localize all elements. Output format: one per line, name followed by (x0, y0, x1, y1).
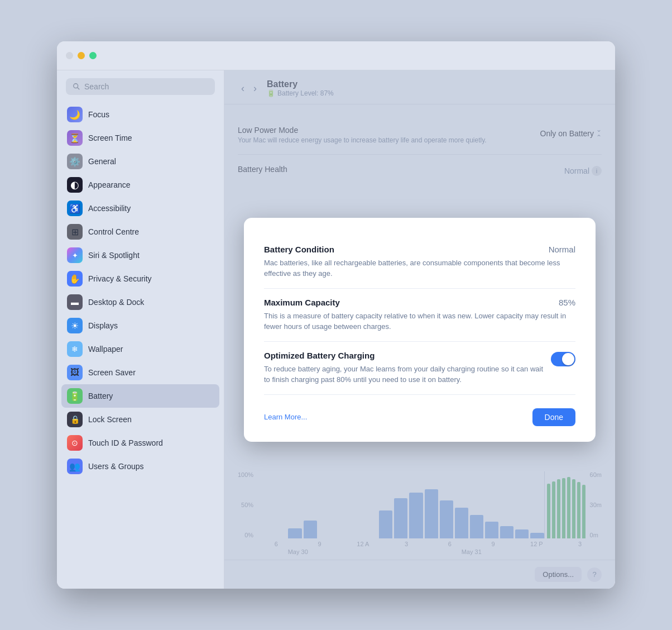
sidebar-item-appearance[interactable]: ◐ Appearance (61, 173, 219, 197)
learn-more-link[interactable]: Learn More... (264, 413, 307, 421)
lockscreen-icon: 🔒 (67, 412, 83, 427)
focus-icon: 🌙 (67, 107, 83, 122)
modal-footer: Learn More... Done (264, 408, 575, 426)
optimized-charging-toggle[interactable] (551, 352, 575, 366)
touchid-icon: ⊙ (67, 435, 83, 451)
sidebar-item-label-siri: Siri & Spotlight (88, 251, 140, 260)
sidebar-item-touchid[interactable]: ⊙ Touch ID & Password (61, 431, 219, 455)
control-icon: ⊞ (67, 224, 83, 240)
sidebar-item-label-desktop: Desktop & Dock (88, 298, 144, 307)
sidebar-item-battery[interactable]: 🔋 Battery (61, 384, 219, 408)
desktop-icon: ▬ (67, 294, 83, 310)
sidebar-item-lockscreen[interactable]: 🔒 Lock Screen (61, 408, 219, 431)
sidebar-item-control[interactable]: ⊞ Control Centre (61, 220, 219, 244)
sidebar-item-label-users: Users & Groups (88, 462, 144, 471)
sidebar: Search 🌙 Focus ⏳ Screen Time ⚙️ General … (57, 70, 224, 589)
maximum-capacity-header: Maximum Capacity 85% (264, 298, 575, 307)
sidebar-item-label-lockscreen: Lock Screen (88, 415, 132, 424)
maximum-capacity-title: Maximum Capacity (264, 298, 340, 307)
wallpaper-icon: ❄ (67, 341, 83, 357)
maximum-capacity-value: 85% (559, 298, 575, 307)
sidebar-item-wallpaper[interactable]: ❄ Wallpaper (61, 337, 219, 361)
title-bar (57, 41, 615, 70)
content-area: ‹ › Battery 🔋 Battery Level: 87% Low Pow… (224, 70, 615, 589)
sidebar-item-privacy[interactable]: ✋ Privacy & Security (61, 267, 219, 290)
optimized-charging-left: Optimized Battery Charging To reduce bat… (264, 351, 551, 385)
sidebar-item-label-screensaver: Screen Saver (88, 368, 136, 377)
optimized-charging-desc: To reduce battery aging, your Mac learns… (264, 364, 551, 385)
siri-icon: ✦ (67, 247, 83, 263)
battery-condition-value: Normal (549, 245, 575, 254)
maximize-button[interactable] (89, 52, 97, 59)
screentime-icon: ⏳ (67, 130, 83, 146)
svg-line-1 (78, 88, 80, 90)
sidebar-item-screensaver[interactable]: 🖼 Screen Saver (61, 361, 219, 384)
battery-condition-desc: Mac batteries, like all rechargeable bat… (264, 257, 575, 279)
sidebar-item-label-battery: Battery (88, 392, 113, 400)
optimized-charging-row: Optimized Battery Charging To reduce bat… (264, 351, 575, 385)
sidebar-item-label-displays: Displays (88, 321, 118, 330)
screensaver-icon: 🖼 (67, 365, 83, 380)
sidebar-item-label-wallpaper: Wallpaper (88, 345, 123, 354)
sidebar-item-accessibility[interactable]: ♿ Accessibility (61, 197, 219, 220)
displays-icon: ☀ (67, 318, 83, 333)
accessibility-icon: ♿ (67, 201, 83, 216)
sidebar-item-desktop[interactable]: ▬ Desktop & Dock (61, 290, 219, 314)
optimized-charging-section: Optimized Battery Charging To reduce bat… (264, 342, 575, 395)
sidebar-item-label-privacy: Privacy & Security (88, 274, 152, 283)
maximum-capacity-desc: This is a measure of battery capacity re… (264, 311, 575, 332)
sidebar-item-siri[interactable]: ✦ Siri & Spotlight (61, 244, 219, 267)
sidebar-item-displays[interactable]: ☀ Displays (61, 314, 219, 337)
general-icon: ⚙️ (67, 154, 83, 169)
sidebar-item-label-general: General (88, 157, 116, 166)
main-window: Search 🌙 Focus ⏳ Screen Time ⚙️ General … (57, 41, 615, 589)
modal-overlay: Battery Condition Normal Mac batteries, … (224, 70, 615, 589)
battery-condition-title: Battery Condition (264, 245, 334, 254)
battery-condition-section: Battery Condition Normal Mac batteries, … (264, 236, 575, 289)
battery-icon: 🔋 (67, 388, 83, 404)
sidebar-item-label-accessibility: Accessibility (88, 204, 131, 213)
sidebar-item-label-control: Control Centre (88, 227, 139, 236)
sidebar-item-label-touchid: Touch ID & Password (88, 438, 163, 447)
sidebar-item-focus[interactable]: 🌙 Focus (61, 103, 219, 126)
battery-condition-header: Battery Condition Normal (264, 245, 575, 254)
svg-point-0 (74, 84, 78, 88)
battery-health-modal: Battery Condition Normal Mac batteries, … (244, 218, 596, 442)
search-icon (73, 83, 80, 90)
appearance-icon: ◐ (67, 177, 83, 193)
search-placeholder-text: Search (84, 82, 109, 91)
toggle-knob (562, 353, 574, 365)
done-button[interactable]: Done (532, 408, 575, 426)
privacy-icon: ✋ (67, 271, 83, 287)
users-icon: 👥 (67, 459, 83, 474)
sidebar-list: 🌙 Focus ⏳ Screen Time ⚙️ General ◐ Appea… (57, 101, 224, 480)
sidebar-item-label-appearance: Appearance (88, 180, 131, 189)
main-layout: Search 🌙 Focus ⏳ Screen Time ⚙️ General … (57, 70, 615, 589)
sidebar-item-general[interactable]: ⚙️ General (61, 150, 219, 173)
sidebar-item-users[interactable]: 👥 Users & Groups (61, 455, 219, 478)
search-bar[interactable]: Search (66, 78, 215, 95)
sidebar-item-label-screentime: Screen Time (88, 133, 132, 142)
maximum-capacity-section: Maximum Capacity 85% This is a measure o… (264, 289, 575, 342)
close-button[interactable] (66, 52, 73, 59)
window-controls (66, 52, 97, 59)
minimize-button[interactable] (78, 52, 85, 59)
optimized-charging-title: Optimized Battery Charging (264, 351, 551, 360)
sidebar-item-label-focus: Focus (88, 110, 109, 119)
sidebar-item-screentime[interactable]: ⏳ Screen Time (61, 126, 219, 150)
